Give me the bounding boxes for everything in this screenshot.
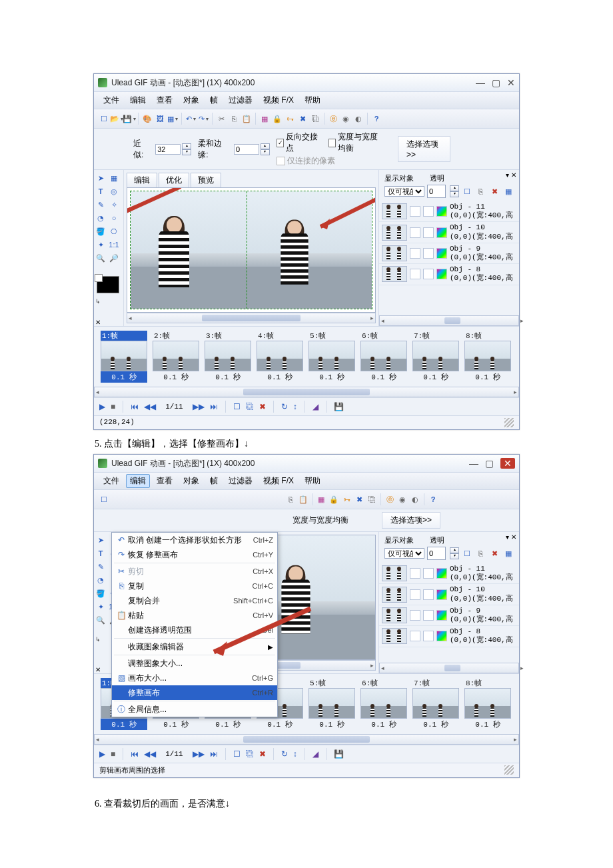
- menu-help[interactable]: 帮助: [301, 474, 324, 488]
- stop-icon[interactable]: ■: [111, 402, 115, 411]
- near-field[interactable]: ▴▾: [155, 143, 191, 155]
- swap-colors-icon[interactable]: ↳: [95, 636, 101, 643]
- first-icon[interactable]: ⏮: [131, 402, 139, 411]
- copy-obj-icon[interactable]: ⎘: [476, 547, 487, 559]
- menu-obj[interactable]: 对象: [179, 93, 203, 107]
- new-obj-icon[interactable]: ☐: [462, 185, 473, 197]
- menu-help[interactable]: 帮助: [301, 93, 324, 107]
- soft-input[interactable]: [234, 144, 259, 155]
- addframe-icon[interactable]: ☐: [233, 402, 241, 411]
- frame-thumb[interactable]: 8:帧0.1 秒: [464, 331, 511, 383]
- tab-preview[interactable]: 预览: [191, 173, 221, 187]
- window-buttons[interactable]: — ▢ ✕: [469, 458, 515, 469]
- save-icon[interactable]: 💾: [123, 113, 135, 125]
- one-tool-icon[interactable]: 1:1: [109, 239, 119, 250]
- canvas-hscroll[interactable]: ◂▸: [127, 313, 376, 323]
- brush-tool-icon[interactable]: ✎: [95, 561, 106, 572]
- grid-icon[interactable]: ▦: [315, 493, 327, 505]
- menu-item[interactable]: 修整画布Ctrl+R: [112, 685, 277, 700]
- tab-edit[interactable]: 编辑: [127, 173, 157, 187]
- frame-thumb[interactable]: 8:帧0.1 秒: [464, 678, 511, 730]
- object-item[interactable]: Obj - 9(0,0)(宽:400,高: [379, 243, 519, 264]
- dup-icon[interactable]: ⿻: [366, 493, 378, 505]
- menu-obj[interactable]: 对象: [179, 474, 203, 488]
- info-obj-icon[interactable]: ▦: [503, 547, 514, 559]
- key-icon[interactable]: 🗝: [284, 113, 296, 125]
- chk-reverse[interactable]: ✓反向交接点: [277, 131, 319, 154]
- lock-icon[interactable]: 🔒: [271, 113, 283, 125]
- reverse-icon[interactable]: ↕: [293, 402, 297, 411]
- next-icon[interactable]: ▶▶: [193, 402, 205, 411]
- playback-bar[interactable]: ▶ ■ ⏮ ◀◀ 1/11 ▶▶ ⏭ ☐ ⿻ ✖ ↻ ↕ ◢ 💾: [94, 745, 519, 763]
- maximize-icon[interactable]: ▢: [485, 458, 494, 469]
- info-obj-icon[interactable]: ▦: [503, 185, 514, 197]
- undo-icon[interactable]: ↶: [185, 113, 197, 125]
- frame-thumb[interactable]: 5:帧0.1 秒: [308, 678, 355, 730]
- soft-field[interactable]: ▴▾: [234, 143, 270, 155]
- delframe-icon[interactable]: ✖: [259, 402, 266, 411]
- stop-icon[interactable]: ■: [111, 749, 115, 759]
- menu-item[interactable]: ↷恢复 修整画布Ctrl+Y: [112, 547, 277, 562]
- menu-vfx[interactable]: 视频 F/X: [259, 93, 298, 107]
- titlebar[interactable]: Ulead GIF 动画 - [动态图*] (1X) 400x200 — ▢ ✕: [94, 455, 519, 473]
- palette-icon[interactable]: 🎨: [141, 113, 153, 125]
- panel-close-icon[interactable]: ▾ ✕: [506, 171, 516, 179]
- lasso-tool-icon[interactable]: ✧: [109, 199, 119, 210]
- reverse-icon[interactable]: ↕: [293, 749, 297, 759]
- new-icon[interactable]: ☐: [98, 493, 110, 505]
- object-item[interactable]: Obj - 8(0,0)(宽:400,高: [379, 626, 519, 647]
- object-list[interactable]: Obj - 11(0,0)(宽:400,高 Obj - 10(0,0)(宽:40…: [379, 563, 519, 663]
- tween-icon[interactable]: ◢: [312, 402, 318, 411]
- paste-icon[interactable]: 📋: [241, 113, 253, 125]
- target-tool-icon[interactable]: ◎: [109, 186, 119, 197]
- maximize-icon[interactable]: ▢: [492, 77, 500, 88]
- frame-thumb[interactable]: 7:帧0.1 秒: [412, 678, 459, 730]
- play-icon[interactable]: ▶: [99, 749, 105, 759]
- window-buttons[interactable]: — ▢ ✕: [476, 77, 515, 88]
- menu-view[interactable]: 查看: [153, 93, 177, 107]
- menu-item[interactable]: ⓘ全局信息...: [112, 702, 277, 717]
- saveframe-icon[interactable]: 💾: [334, 402, 344, 411]
- help-icon[interactable]: ?: [370, 113, 382, 125]
- delframe-icon[interactable]: ✖: [259, 749, 266, 759]
- menubar[interactable]: 文件 编辑 查看 对象 帧 过滤器 视频 F/X 帮助: [94, 473, 519, 490]
- del-obj-icon[interactable]: ✖: [489, 547, 500, 559]
- resize-grip-icon[interactable]: [504, 418, 514, 427]
- playback-bar[interactable]: ▶ ■ ⏮ ◀◀ 1/11 ▶▶ ⏭ ☐ ⿻ ✖ ↻ ↕ ◢ 💾: [94, 397, 519, 415]
- dup-icon[interactable]: ⿻: [309, 113, 321, 125]
- menu-item[interactable]: ▧画布大小...Ctrl+G: [112, 671, 277, 685]
- del-obj-icon[interactable]: ✖: [489, 185, 500, 197]
- tab-optimize[interactable]: 优化: [159, 173, 189, 187]
- close-icon[interactable]: ✕: [507, 77, 515, 88]
- last-icon[interactable]: ⏭: [210, 749, 218, 759]
- select-options-button[interactable]: 选择选项>>: [382, 512, 440, 529]
- frame-thumb[interactable]: 6:帧0.1 秒: [360, 331, 407, 383]
- cut-icon[interactable]: ✂: [215, 113, 227, 125]
- eraser-tool-icon[interactable]: ◔: [95, 213, 106, 223]
- dupframe-icon[interactable]: ⿻: [246, 749, 254, 759]
- panel-close-icon[interactable]: ▾ ✕: [506, 533, 516, 541]
- object-item[interactable]: Obj - 11(0,0)(宽:400,高: [379, 563, 519, 584]
- web-icon[interactable]: ⓔ: [384, 493, 396, 505]
- x-icon[interactable]: ✖: [297, 113, 308, 125]
- menu-filter[interactable]: 过滤器: [225, 474, 257, 488]
- titlebar[interactable]: Ulead GIF 动画 - [动态图*] (1X) 400x200 — ▢ ✕: [94, 74, 519, 92]
- dupframe-icon[interactable]: ⿻: [246, 402, 254, 411]
- canvas[interactable]: [127, 187, 376, 313]
- arrow-tool-icon[interactable]: ➤: [95, 535, 106, 545]
- open-icon[interactable]: 📂: [111, 113, 123, 125]
- filmstrip-hscroll[interactable]: ◂▸: [94, 734, 519, 745]
- saveframe-icon[interactable]: 💾: [334, 749, 344, 759]
- first-icon[interactable]: ⏮: [131, 749, 139, 759]
- eraser-tool-icon[interactable]: ◔: [95, 575, 106, 585]
- paste-icon[interactable]: 📋: [297, 493, 309, 505]
- menu-frame[interactable]: 帧: [206, 474, 222, 488]
- copy-obj-icon[interactable]: ⎘: [476, 185, 487, 197]
- new-icon[interactable]: ☐: [98, 113, 110, 125]
- menu-item[interactable]: ⎘复制Ctrl+C: [112, 579, 277, 593]
- prev-icon[interactable]: ◀◀: [144, 749, 156, 759]
- chk-aspect[interactable]: 宽度与宽度均衡: [328, 131, 384, 154]
- lock-icon[interactable]: 🔒: [328, 493, 340, 505]
- zoomin-tool-icon[interactable]: 🔍: [95, 615, 106, 625]
- menu-file[interactable]: 文件: [99, 474, 123, 488]
